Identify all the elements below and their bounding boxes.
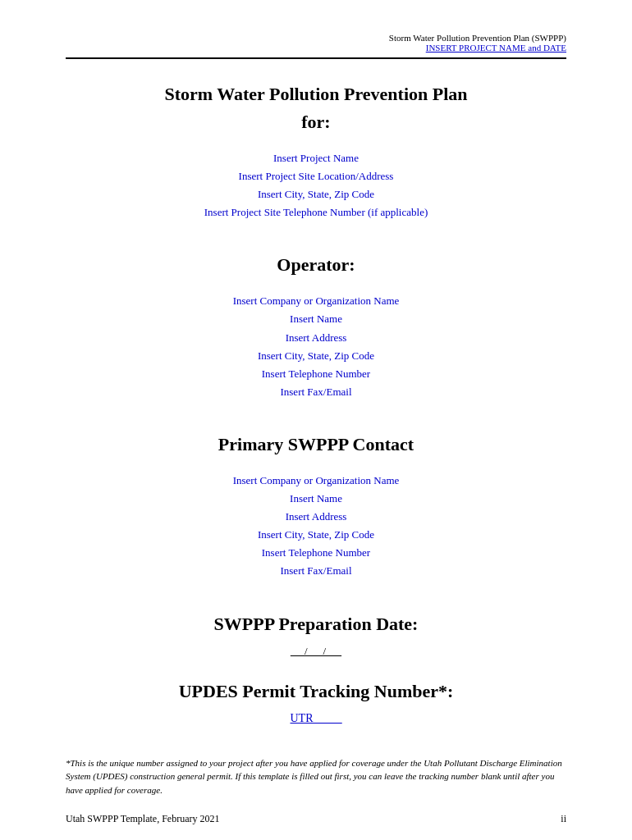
operator-title: Operator:	[66, 254, 566, 276]
footer-left: Utah SWPPP Template, February 2021	[66, 813, 219, 825]
contact-line-6: Insert Fax/Email	[66, 562, 566, 580]
primary-contact-section: Insert Company or Organization Name Inse…	[66, 472, 566, 581]
footer-right: ii	[561, 813, 566, 825]
contact-line-3: Insert Address	[66, 508, 566, 526]
contact-line-4: Insert City, State, Zip Code	[66, 526, 566, 544]
operator-line-2: Insert Name	[66, 310, 566, 328]
main-title: Storm Water Pollution Prevention Plan	[66, 84, 566, 105]
for-label: for:	[66, 112, 566, 133]
project-line-2: Insert Project Site Location/Address	[66, 167, 566, 185]
footnote: *This is the unique number assigned to y…	[66, 756, 566, 797]
primary-contact-title: Primary SWPPP Contact	[66, 434, 566, 455]
header-rule	[66, 57, 566, 59]
project-line-1: Insert Project Name	[66, 149, 566, 167]
project-line-3: Insert City, State, Zip Code	[66, 185, 566, 203]
header-line2: INSERT PROJECT NAME and DATE	[66, 43, 566, 52]
contact-line-1: Insert Company or Organization Name	[66, 472, 566, 490]
prep-date-title: SWPPP Preparation Date:	[66, 614, 566, 635]
prep-date-value: __/__/__	[66, 645, 566, 658]
operator-line-4: Insert City, State, Zip Code	[66, 347, 566, 365]
operator-line-1: Insert Company or Organization Name	[66, 292, 566, 310]
project-section: Insert Project Name Insert Project Site …	[66, 149, 566, 221]
page-footer: Utah SWPPP Template, February 2021 ii	[66, 797, 566, 825]
operator-line-6: Insert Fax/Email	[66, 383, 566, 401]
contact-line-2: Insert Name	[66, 490, 566, 508]
operator-line-5: Insert Telephone Number	[66, 365, 566, 383]
header-line1: Storm Water Pollution Prevention Plan (S…	[66, 33, 566, 43]
page-header: Storm Water Pollution Prevention Plan (S…	[66, 33, 566, 52]
page: Storm Water Pollution Prevention Plan (S…	[0, 0, 632, 840]
project-line-4: Insert Project Site Telephone Number (if…	[66, 203, 566, 221]
operator-section: Insert Company or Organization Name Inse…	[66, 292, 566, 401]
updes-title: UPDES Permit Tracking Number*:	[66, 681, 566, 702]
operator-line-3: Insert Address	[66, 329, 566, 347]
contact-line-5: Insert Telephone Number	[66, 544, 566, 562]
updes-value: UTR_____	[66, 712, 566, 725]
